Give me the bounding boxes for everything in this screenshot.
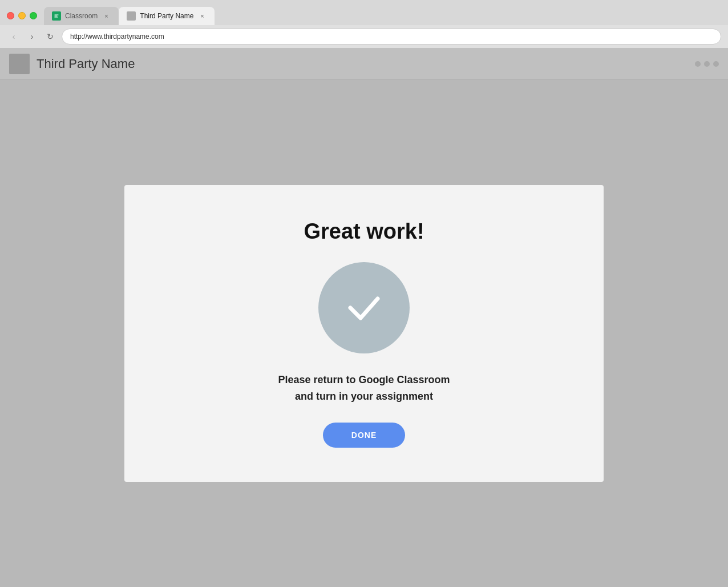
traffic-light-close[interactable] <box>7 12 14 19</box>
tab-classroom-label: Classroom <box>65 12 98 20</box>
card-message-line1: Please return to Google Classroom <box>278 372 450 388</box>
header-dot-1 <box>695 61 701 67</box>
tab-third-party-close[interactable]: × <box>197 11 207 21</box>
tab-third-party-label: Third Party Name <box>140 12 193 20</box>
card-message-line2: and turn in your assignment <box>278 388 450 405</box>
back-button[interactable]: ‹ <box>7 30 21 43</box>
traffic-light-minimize[interactable] <box>18 12 26 19</box>
forward-icon: › <box>31 32 34 41</box>
third-party-favicon <box>127 11 136 21</box>
header-dot-3 <box>713 61 719 67</box>
reload-button[interactable]: ↻ <box>43 30 57 43</box>
tab-third-party[interactable]: Third Party Name × <box>119 7 215 25</box>
url-text: http://www.thirdpartyname.com <box>70 33 164 41</box>
back-icon: ‹ <box>13 32 15 41</box>
classroom-favicon <box>52 11 61 21</box>
app-header-dots <box>695 61 719 67</box>
tab-bar: Classroom × Third Party Name × <box>44 6 721 25</box>
header-dot-2 <box>704 61 710 67</box>
card-message: Please return to Google Classroom and tu… <box>278 372 450 405</box>
browser-window: Classroom × Third Party Name × ‹ › ↻ htt… <box>0 0 728 587</box>
card-title: Great work! <box>304 219 424 244</box>
checkmark-icon <box>341 285 387 331</box>
done-button[interactable]: DONE <box>323 423 405 448</box>
checkmark-circle <box>318 262 410 353</box>
app-header: Third Party Name <box>0 48 728 80</box>
app-header-title: Third Party Name <box>37 57 135 71</box>
address-bar[interactable]: http://www.thirdpartyname.com <box>62 29 721 45</box>
forward-button[interactable]: › <box>25 30 39 43</box>
reload-icon: ↻ <box>47 32 54 41</box>
main-content: Great work! Please return to Google Clas… <box>0 80 728 587</box>
completion-card: Great work! Please return to Google Clas… <box>124 185 604 483</box>
title-bar: Classroom × Third Party Name × <box>0 0 728 25</box>
traffic-light-maximize[interactable] <box>30 12 37 19</box>
tab-classroom[interactable]: Classroom × <box>44 7 119 25</box>
tab-classroom-close[interactable]: × <box>102 11 111 21</box>
address-bar-row: ‹ › ↻ http://www.thirdpartyname.com <box>0 25 728 48</box>
app-logo <box>9 54 30 74</box>
traffic-lights <box>7 12 37 19</box>
